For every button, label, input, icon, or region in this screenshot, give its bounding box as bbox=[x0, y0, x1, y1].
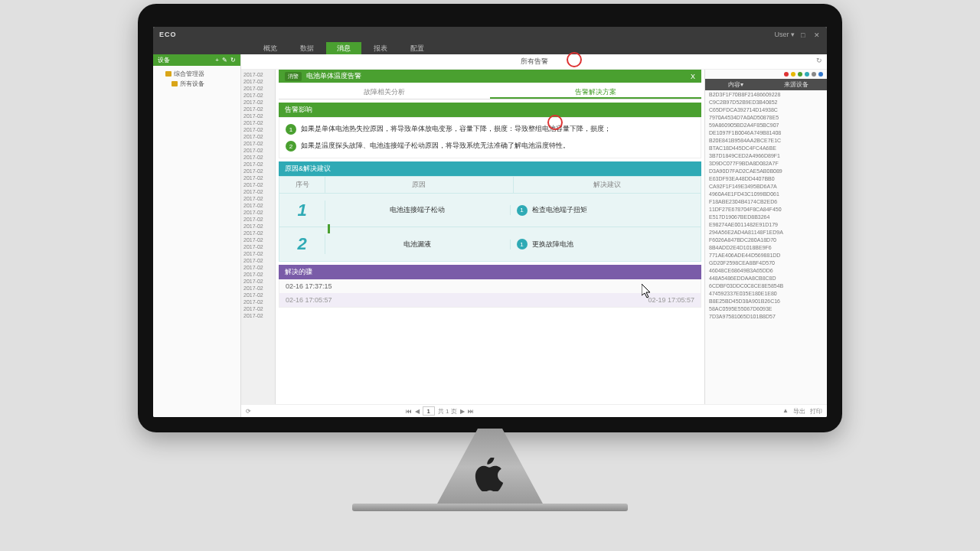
title-refresh-icon[interactable]: ↻ bbox=[816, 57, 822, 64]
tab-solution[interactable]: 告警解决方案 bbox=[490, 84, 701, 99]
timeline-item[interactable]: 2017-02 bbox=[241, 223, 275, 230]
timeline-item[interactable]: 2017-02 bbox=[241, 126, 275, 133]
list-item[interactable]: DE1097F1B0046A749B81408 bbox=[705, 129, 827, 136]
pager-next-icon[interactable]: ▶ bbox=[460, 408, 465, 415]
list-item[interactable]: 3D9DC077F9BDA8D082A7F bbox=[705, 159, 827, 167]
footer-print[interactable]: 打印 bbox=[810, 407, 822, 416]
timeline-item[interactable]: 2017-02 bbox=[241, 71, 275, 78]
footer-up[interactable]: ▲ bbox=[782, 407, 789, 416]
list-item[interactable]: E63DF93EA48DD4407BB0 bbox=[705, 174, 827, 182]
timeline-item[interactable]: 2017-02 bbox=[241, 264, 275, 271]
legend-dot[interactable] bbox=[784, 72, 789, 77]
col-content[interactable]: 内容▾ bbox=[705, 79, 766, 90]
timeline-item[interactable]: 2017-02 bbox=[241, 285, 275, 292]
timeline-item[interactable]: 2017-02 bbox=[241, 292, 275, 298]
list-item[interactable]: B20E841B9584AA2BCE7E1C bbox=[705, 136, 827, 144]
timeline-item[interactable]: 2017-02 bbox=[241, 298, 275, 305]
list-item[interactable]: 58AC0595E55067D6093E bbox=[705, 305, 827, 312]
nav-tab-reports[interactable]: 报表 bbox=[363, 42, 398, 55]
list-item[interactable]: F18ABE2304B4174CB2ED6 bbox=[705, 197, 827, 205]
list-item[interactable]: 46048CE68649B3A65DD6 bbox=[705, 266, 827, 274]
timeline-item[interactable]: 2017-02 bbox=[241, 112, 275, 119]
list-item[interactable]: 8B4ADD2E4D1018BE9F6 bbox=[705, 243, 827, 251]
footer-export[interactable]: 导出 bbox=[793, 407, 805, 416]
list-item[interactable]: GD20F2598CEA8BF4D570 bbox=[705, 259, 827, 266]
list-item[interactable]: 3B7D1849CED2A4966D89F1 bbox=[705, 152, 827, 159]
timeline-item[interactable]: 2017-02 bbox=[241, 92, 275, 99]
timeline-item[interactable]: 2017-02 bbox=[241, 106, 275, 112]
tab-fault-analysis[interactable]: 故障相关分析 bbox=[279, 84, 490, 99]
list-item[interactable]: 4960A4E1FD43C1099BD061 bbox=[705, 190, 827, 197]
nav-tab-data[interactable]: 数据 bbox=[289, 42, 325, 55]
reload-icon[interactable]: ⟳ bbox=[246, 408, 251, 415]
list-item[interactable]: 448A5486EDDAA8CB8C8D bbox=[705, 274, 827, 282]
pager-last-icon[interactable]: ⏭ bbox=[468, 408, 474, 415]
timeline-item[interactable]: 2017-02 bbox=[241, 271, 275, 278]
list-item[interactable]: B2D3F1F70B8F21486609228 bbox=[705, 90, 827, 98]
pager-prev-icon[interactable]: ◀ bbox=[415, 408, 420, 415]
add-icon[interactable]: + bbox=[215, 57, 219, 64]
close-icon[interactable]: X bbox=[691, 73, 695, 80]
timeline-item[interactable]: 2017-02 bbox=[241, 161, 275, 168]
legend-dot[interactable] bbox=[805, 72, 809, 77]
list-item[interactable]: 11DF27E678704F8CA84F450 bbox=[705, 205, 827, 213]
list-item[interactable]: 7970A4534D7A0AD50878E5 bbox=[705, 113, 827, 121]
tree-item[interactable]: 综合管理器 bbox=[158, 69, 236, 79]
list-item[interactable]: 294A56E2AD4A81148F1ED9A bbox=[705, 228, 827, 236]
timeline-item[interactable]: 2017-02 bbox=[241, 188, 275, 195]
timeline-item[interactable]: 2017-02 bbox=[241, 202, 275, 209]
timeline-item[interactable]: 2017-02 bbox=[241, 209, 275, 216]
nav-tab-config[interactable]: 配置 bbox=[400, 42, 435, 55]
timeline-item[interactable]: 2017-02 bbox=[241, 236, 275, 243]
tree-item[interactable]: 所有设备 bbox=[158, 79, 236, 89]
col-source[interactable]: 来源设备 bbox=[766, 79, 828, 90]
list-item[interactable]: 771AE406ADE44D569881DD bbox=[705, 251, 827, 259]
list-item[interactable]: CA92F1F149E3495BD6A7A bbox=[705, 182, 827, 190]
list-item[interactable]: C65DFDCA392714D14938C bbox=[705, 106, 827, 113]
timeline-item[interactable]: 2017-02 bbox=[241, 147, 275, 154]
list-item[interactable]: 6CDBF03DDC0C8CE8E5854B bbox=[705, 282, 827, 289]
legend-dot[interactable] bbox=[791, 72, 795, 77]
list-item[interactable]: B8E25BD45D38A901B26C16 bbox=[705, 297, 827, 305]
timeline-item[interactable]: 2017-02 bbox=[241, 140, 275, 147]
timeline-item[interactable]: 2017-02 bbox=[241, 181, 275, 188]
refresh-icon[interactable]: ↻ bbox=[230, 57, 236, 64]
pager-input[interactable] bbox=[423, 406, 435, 416]
pager-first-icon[interactable]: ⏮ bbox=[406, 408, 412, 415]
timeline-item[interactable]: 2017-02 bbox=[241, 278, 275, 285]
edit-icon[interactable]: ✎ bbox=[222, 57, 227, 64]
timeline-item[interactable]: 2017-02 bbox=[241, 174, 275, 181]
timeline-item[interactable]: 2017-02 bbox=[241, 195, 275, 202]
timeline-item[interactable]: 2017-02 bbox=[241, 154, 275, 161]
timeline-item[interactable]: 2017-02 bbox=[241, 250, 275, 257]
timeline-item[interactable]: 2017-02 bbox=[241, 312, 275, 319]
timeline-item[interactable]: 2017-02 bbox=[241, 99, 275, 106]
list-item[interactable]: C9C2B97D52B9ED3B40852 bbox=[705, 98, 827, 106]
window-control-icon[interactable]: □ bbox=[801, 31, 808, 38]
window-close-icon[interactable]: ✕ bbox=[814, 31, 821, 38]
timeline-item[interactable]: 2017-02 bbox=[241, 119, 275, 126]
timeline-item[interactable]: 2017-02 bbox=[241, 216, 275, 223]
legend-dot[interactable] bbox=[798, 72, 802, 77]
list-item[interactable]: BTAC18D445DC4FC4A6BE bbox=[705, 144, 827, 152]
nav-tab-overview[interactable]: 概览 bbox=[253, 42, 288, 55]
list-item[interactable]: 59A860905BD2A4F85BC907 bbox=[705, 121, 827, 129]
list-item[interactable]: E517D19067BED8B3264 bbox=[705, 213, 827, 220]
timeline-item[interactable]: 2017-02 bbox=[241, 78, 275, 85]
timeline-item[interactable]: 2017-02 bbox=[241, 133, 275, 140]
user-menu[interactable]: User ▾ bbox=[774, 31, 795, 38]
timeline-item[interactable]: 2017-02 bbox=[241, 85, 275, 92]
timeline-item[interactable]: 2017-02 bbox=[241, 243, 275, 250]
timeline-item[interactable]: 2017-02 bbox=[241, 230, 275, 236]
legend-dot[interactable] bbox=[818, 72, 823, 77]
timeline-item[interactable]: 2017-02 bbox=[241, 168, 275, 174]
timeline-item[interactable]: 2017-02 bbox=[241, 257, 275, 264]
nav-tab-messages[interactable]: 消息 bbox=[326, 42, 361, 55]
list-item[interactable]: 474592337E035E180E1E80 bbox=[705, 289, 827, 297]
list-item[interactable]: 7D3A97581065D101B8D57 bbox=[705, 312, 827, 320]
list-item[interactable]: E98274AE0011482E91D179 bbox=[705, 220, 827, 228]
list-item[interactable]: F6026A847BDC280A18D70 bbox=[705, 236, 827, 243]
legend-dot[interactable] bbox=[812, 72, 816, 77]
timeline-item[interactable]: 2017-02 bbox=[241, 305, 275, 312]
list-item[interactable]: D3A90D7FAD2CAE5AB0B089 bbox=[705, 167, 827, 174]
